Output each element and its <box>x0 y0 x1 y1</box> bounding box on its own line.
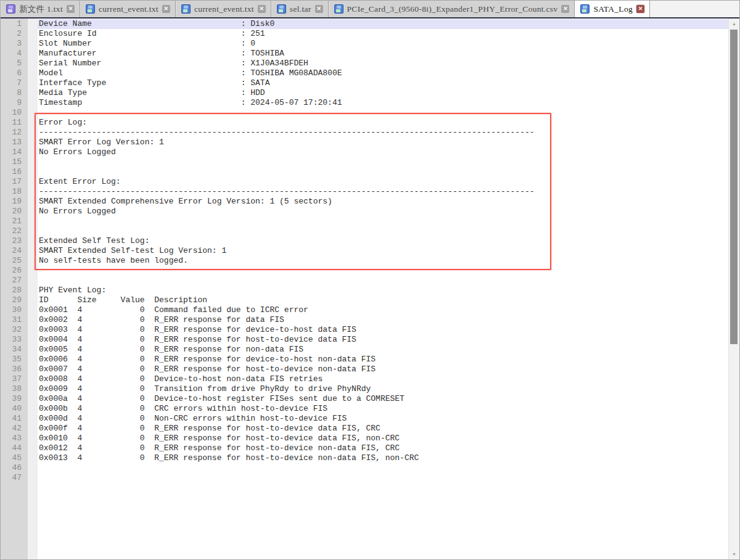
editor-line: 410x000d 4 0 Non-CRC errors within host-… <box>1 414 729 424</box>
fold-margin <box>22 216 38 226</box>
fold-margin <box>22 355 38 364</box>
editor-line: 340x0005 4 0 R_ERR response for non-data… <box>1 345 729 355</box>
line-number: 8 <box>1 88 22 98</box>
line-text: No Errors Logged <box>38 207 729 216</box>
editor-line: 360x0007 4 0 R_ERR response for host-to-… <box>1 364 729 374</box>
floppy-icon <box>86 4 95 14</box>
editor-line: 310x0002 4 0 R_ERR response for data FIS <box>1 315 729 325</box>
line-number: 11 <box>1 118 22 128</box>
editor-line: 24SMART Extended Self-test Log Version: … <box>1 246 729 256</box>
line-text: 0x0006 4 0 R_ERR response for device-to-… <box>38 355 729 364</box>
line-text <box>38 276 729 286</box>
tab-1-txt[interactable]: 新文件 1.txt✕ <box>1 1 80 17</box>
line-number: 3 <box>1 39 22 49</box>
editor-line: 5Serial Number : X1J0A34BFDEH <box>1 59 729 68</box>
editor-line: 380x0009 4 0 Transition from drive PhyRd… <box>1 384 729 394</box>
editor-line: 47 <box>1 473 729 483</box>
scrollbar-down-arrow-icon[interactable]: ▼ <box>729 549 739 559</box>
line-text <box>38 108 729 118</box>
fold-margin <box>22 286 38 295</box>
editor-line: 7Interface Type : SATA <box>1 78 729 88</box>
fold-margin <box>22 305 38 315</box>
line-number: 29 <box>1 295 22 305</box>
editor-line: 370x0008 4 0 Device-to-host non-data FIS… <box>1 374 729 384</box>
line-text: Device Name : Disk0 <box>38 19 729 29</box>
line-text: SMART Extended Self-test Log Version: 1 <box>38 246 729 256</box>
tab-title: current_event.txt <box>99 4 158 14</box>
line-number: 15 <box>1 157 22 167</box>
tab-pcie-card-3-9560-8i-expander1-phy-error-count-csv[interactable]: PCIe_Card_3_(9560-8i)_Expander1_PHY_Erro… <box>329 1 575 17</box>
line-text: Model : TOSHIBA MG08ADA800E <box>38 68 729 78</box>
fold-margin <box>22 197 38 207</box>
fold-margin <box>22 443 38 453</box>
tab-title: 新文件 1.txt <box>19 4 63 15</box>
editor-line: 13SMART Error Log Version: 1 <box>1 138 729 147</box>
fold-margin <box>22 29 38 39</box>
tab-close-icon[interactable]: ✕ <box>561 5 569 13</box>
line-text: 0x000b 4 0 CRC errors within host-to-dev… <box>38 404 729 414</box>
tab-close-icon[interactable]: ✕ <box>258 5 266 13</box>
fold-margin <box>22 68 38 78</box>
tab-sata-log[interactable]: SATA_Log✕ <box>575 1 650 17</box>
fold-margin <box>22 295 38 305</box>
fold-margin <box>22 335 38 345</box>
fold-margin <box>22 453 38 463</box>
line-number: 20 <box>1 207 22 216</box>
line-number: 7 <box>1 78 22 88</box>
tab-close-icon[interactable]: ✕ <box>315 5 323 13</box>
line-text <box>38 216 729 226</box>
line-number: 36 <box>1 364 22 374</box>
fold-margin <box>22 384 38 394</box>
line-number: 9 <box>1 98 22 108</box>
vertical-scrollbar[interactable]: ▲ ▼ <box>728 19 739 559</box>
tab-sel-tar[interactable]: sel.tar✕ <box>271 1 329 17</box>
fold-margin <box>22 128 38 138</box>
fold-margin <box>22 138 38 147</box>
line-number: 26 <box>1 266 22 276</box>
line-number: 14 <box>1 147 22 157</box>
line-text: No Errors Logged <box>38 147 729 157</box>
editor-line: 26 <box>1 266 729 276</box>
line-number: 16 <box>1 167 22 177</box>
line-number: 6 <box>1 68 22 78</box>
line-number: 18 <box>1 187 22 197</box>
floppy-icon <box>334 4 343 14</box>
line-text: Manufacturer : TOSHIBA <box>38 49 729 59</box>
line-text: 0x000f 4 0 R_ERR response for host-to-de… <box>38 424 729 434</box>
fold-margin <box>22 177 38 187</box>
tab-bar: 新文件 1.txt✕current_event.txt✕current_even… <box>1 1 739 17</box>
line-text: 0x0010 4 0 R_ERR response for host-to-de… <box>38 434 729 443</box>
line-number: 22 <box>1 226 22 236</box>
line-number: 21 <box>1 216 22 226</box>
editor-line: 420x000f 4 0 R_ERR response for host-to-… <box>1 424 729 434</box>
line-number: 43 <box>1 434 22 443</box>
tab-close-icon[interactable]: ✕ <box>162 5 170 13</box>
line-text: PHY Event Log: <box>38 286 729 295</box>
tab-close-icon[interactable]: ✕ <box>67 5 75 13</box>
tab-current-event-txt[interactable]: current_event.txt✕ <box>176 1 271 17</box>
line-number: 44 <box>1 443 22 453</box>
scrollbar-up-arrow-icon[interactable]: ▲ <box>729 19 739 29</box>
editor-line: 27 <box>1 276 729 286</box>
line-number: 4 <box>1 49 22 59</box>
fold-margin <box>22 424 38 434</box>
tab-current-event-txt[interactable]: current_event.txt✕ <box>80 1 176 17</box>
line-text: 0x0007 4 0 R_ERR response for host-to-de… <box>38 364 729 374</box>
fold-margin <box>22 236 38 246</box>
line-text: 0x0001 4 0 Command failed due to ICRC er… <box>38 305 729 315</box>
line-text: Extended Self Test Log: <box>38 236 729 246</box>
editor-content: 1Device Name : Disk02Enclosure Id : 2513… <box>1 19 739 559</box>
line-text: Timestamp : 2024-05-07 17:20:41 <box>38 98 729 108</box>
line-text: SMART Error Log Version: 1 <box>38 138 729 147</box>
tab-title: SATA_Log <box>593 4 633 14</box>
editor-line: 3Slot Number : 0 <box>1 39 729 49</box>
scrollbar-thumb[interactable] <box>730 30 738 344</box>
line-text: Serial Number : X1J0A34BFDEH <box>38 59 729 68</box>
fold-margin <box>22 276 38 286</box>
fold-margin <box>22 118 38 128</box>
editor-text-area[interactable]: 1Device Name : Disk02Enclosure Id : 2513… <box>1 19 729 559</box>
line-text <box>38 157 729 167</box>
tab-close-icon[interactable]: ✕ <box>636 5 644 13</box>
line-number: 13 <box>1 138 22 147</box>
tab-title: PCIe_Card_3_(9560-8i)_Expander1_PHY_Erro… <box>347 4 558 14</box>
